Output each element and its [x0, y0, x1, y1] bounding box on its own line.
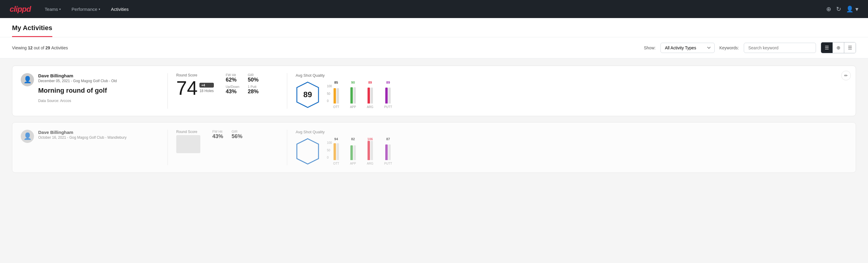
gir-label: GIR [248, 73, 261, 77]
fw-hit-stat: FW Hit 43% [212, 130, 223, 140]
bar-ott-actual [334, 88, 336, 104]
nav-performance[interactable]: Performance ▾ [67, 4, 104, 14]
activity-date: December 05, 2021 - Gog Magog Golf Club … [38, 79, 159, 83]
refresh-icon[interactable]: ↻ [836, 5, 841, 12]
view-wide-list-button[interactable]: ☰ [844, 42, 856, 53]
stats-grid: FW Hit 43% GIR 56% [212, 130, 242, 140]
stats-grid: FW Hit 62% GIR 50% Up/Down 43% 1 Putt 28… [226, 73, 262, 95]
card-left-section: 👤 Dave Billingham October 16, 2021 - Gog… [21, 130, 159, 143]
quality-label: Avg Shot Quality [296, 73, 392, 78]
activity-type-select[interactable]: All Activity Types [660, 43, 715, 53]
one-putt-value: 28% [248, 88, 261, 95]
bars-group: 94 OTT 82 [333, 137, 392, 165]
keywords-label: Keywords: [719, 46, 739, 50]
gir-label: GIR [231, 130, 242, 133]
card-info: Dave Billingham October 16, 2021 - Gog M… [38, 130, 159, 143]
score-section: Round Score 74 +4 18 Holes FW Hit 62% GI… [176, 73, 279, 98]
score-number: 74 [176, 79, 197, 98]
toolbar: Viewing 12 out of 29 Activities Show: Al… [0, 37, 868, 58]
round-score-block: Round Score 74 +4 18 Holes [176, 73, 214, 98]
nav-activities[interactable]: Activities [107, 4, 133, 14]
activities-list: 👤 Dave Billingham December 05, 2021 - Go… [0, 58, 868, 180]
one-putt-label: 1 Putt [248, 85, 261, 88]
hexagon-svg [296, 138, 320, 165]
bar-chart: 100 50 0 85 [327, 81, 392, 109]
bar-col-app: 90 APP [350, 81, 356, 109]
keyword-search-input[interactable] [744, 43, 816, 53]
one-putt-stat: 1 Putt 28% [248, 85, 261, 95]
quality-section: Avg Shot Quality 89 [296, 73, 847, 109]
bar-col-ott: 85 OTT [333, 81, 339, 109]
y-axis-labels: 100 50 0 [327, 85, 332, 109]
user-avatar-icon[interactable]: 👤 ▾ [846, 5, 858, 12]
score-badge: +4 [199, 83, 214, 88]
avatar-icon: 👤 [24, 133, 32, 140]
activity-card: 👤 Dave Billingham December 05, 2021 - Go… [12, 66, 856, 116]
updown-value: 43% [226, 88, 239, 95]
player-name: Dave Billingham [38, 130, 159, 135]
round-score-block: Round Score [176, 130, 200, 153]
avatar-icon: 👤 [24, 76, 32, 84]
svg-marker-1 [297, 139, 318, 164]
card-divider [167, 73, 168, 109]
page-title: My Activities [12, 24, 52, 37]
edit-button[interactable]: ✏ [841, 71, 851, 80]
gir-value: 50% [248, 77, 261, 83]
bar-app-actual [350, 87, 353, 104]
bars-group: 85 OTT 90 [333, 81, 392, 109]
hexagon-container: 89 [296, 81, 320, 109]
score-holes: 18 Holes [199, 89, 214, 93]
hexagon-shape [296, 138, 320, 165]
gir-stat: GIR 56% [231, 130, 242, 140]
app-logo[interactable]: clippd [10, 4, 31, 14]
score-value-container: 74 +4 18 Holes [176, 79, 214, 98]
y-axis-labels: 100 50 0 [327, 141, 332, 165]
hexagon-shape: 89 [296, 81, 320, 109]
quality-section: Avg Shot Quality 100 50 [296, 130, 847, 165]
hexagon-value: 89 [304, 90, 312, 99]
teams-chevron-icon: ▾ [59, 7, 61, 11]
view-dense-list-button[interactable]: ☰ [821, 42, 833, 53]
bar-col-arg: 89 ARG [367, 81, 374, 109]
nav-right: ⊕ ↻ 👤 ▾ [826, 5, 858, 12]
activity-title: Morning round of golf [38, 87, 159, 94]
updown-stat: Up/Down 43% [226, 85, 239, 95]
bar-ott-base [337, 88, 339, 104]
card-left-section: 👤 Dave Billingham December 05, 2021 - Go… [21, 73, 159, 103]
round-score-label: Round Score [176, 73, 214, 77]
add-icon[interactable]: ⊕ [826, 5, 831, 12]
card-divider [167, 130, 168, 165]
score-placeholder [176, 135, 200, 153]
show-label: Show: [644, 46, 656, 50]
view-grid-button[interactable]: ⊕ [833, 42, 844, 53]
avatar: 👤 [21, 73, 34, 86]
data-source: Data Source: Arccos [38, 99, 159, 103]
bar-putt-base [388, 88, 391, 104]
viewing-text: Viewing 12 out of 29 Activities [12, 46, 639, 50]
round-score-label: Round Score [176, 130, 200, 134]
fw-hit-stat: FW Hit 62% [226, 73, 239, 83]
nav-teams[interactable]: Teams ▾ [40, 4, 65, 14]
bar-col-arg: 106 ARG [367, 137, 374, 165]
nav-links: Teams ▾ Performance ▾ Activities [40, 4, 817, 14]
fw-hit-value: 43% [212, 133, 223, 140]
bar-putt-actual [385, 88, 388, 104]
player-name: Dave Billingham [38, 73, 159, 78]
bar-col-app: 82 APP [350, 137, 356, 165]
gir-stat: GIR 50% [248, 73, 261, 83]
page-header: My Activities [0, 18, 868, 37]
updown-label: Up/Down [226, 85, 239, 88]
hexagon-container [296, 138, 320, 165]
quality-label: Avg Shot Quality [296, 130, 392, 134]
score-section: Round Score FW Hit 43% GIR 56% [176, 130, 279, 153]
bar-app-base [353, 87, 356, 104]
bar-col-putt: 89 PUTT [384, 81, 392, 109]
fw-hit-value: 62% [226, 77, 239, 83]
bar-col-ott: 94 OTT [333, 137, 339, 165]
performance-chevron-icon: ▾ [99, 7, 100, 11]
bar-col-putt: 87 PUTT [384, 137, 392, 165]
quality-block: Avg Shot Quality 100 50 [296, 130, 392, 165]
bar-arg-actual [368, 88, 370, 104]
bar-arg-base [371, 88, 373, 104]
card-info: Dave Billingham December 05, 2021 - Gog … [38, 73, 159, 103]
